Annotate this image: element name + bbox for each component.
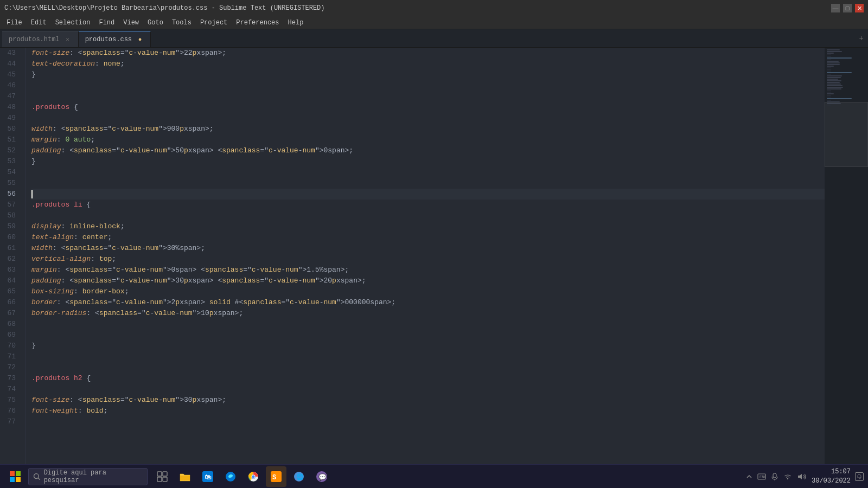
- line-numbers-gutter: 4344454647484950515253545556575859606162…: [0, 48, 26, 472]
- tab-css[interactable]: produtos.css ●: [79, 31, 151, 47]
- gutter-line: 43: [0, 48, 20, 59]
- code-line: margin: 0 auto;: [31, 134, 825, 145]
- gutter-line: 73: [0, 373, 20, 384]
- code-line: font-size: <span class="c-value-num">22p…: [31, 48, 825, 59]
- menu-find[interactable]: Find: [94, 16, 119, 29]
- gutter-line: 57: [0, 200, 20, 210]
- svg-rect-6: [157, 472, 162, 476]
- menu-view[interactable]: View: [119, 16, 143, 29]
- svg-text:🌐: 🌐: [296, 473, 304, 480]
- minimap-line: [827, 59, 831, 60]
- app-icon-7[interactable]: 🌐: [289, 466, 309, 487]
- svg-text:ENG: ENG: [760, 475, 766, 479]
- minimap-line: [827, 67, 831, 68]
- gutter-line: 53: [0, 156, 20, 167]
- svg-text:🛍: 🛍: [205, 474, 212, 481]
- menu-file[interactable]: File: [2, 16, 27, 29]
- svg-point-4: [34, 473, 39, 478]
- code-line: .produtos li {: [31, 200, 825, 210]
- svg-rect-2: [10, 477, 15, 482]
- title-text: C:\Users\MELL\Desktop\Projeto Barbearia\…: [4, 4, 325, 12]
- gutter-line: 47: [0, 91, 20, 102]
- menu-edit[interactable]: Edit: [27, 16, 51, 29]
- gutter-line: 64: [0, 275, 20, 286]
- code-line: .produtos h2 {: [31, 373, 825, 384]
- gutter-line: 74: [0, 384, 20, 395]
- close-button[interactable]: ✕: [855, 4, 864, 12]
- tab-add-button[interactable]: +: [855, 34, 868, 43]
- code-line: [31, 416, 825, 427]
- minimap-line: [827, 80, 841, 81]
- minimap-line: [827, 72, 852, 73]
- svg-rect-1: [16, 471, 21, 476]
- window-controls: — □ ✕: [831, 4, 864, 12]
- code-line: font-weight: bold;: [31, 406, 825, 416]
- code-area[interactable]: font-size: <span class="c-value-num">22p…: [26, 48, 825, 472]
- search-icon: [33, 473, 41, 480]
- tab-html-close[interactable]: ✕: [64, 36, 72, 43]
- minimap-line: [827, 87, 843, 88]
- clock-date: 30/03/2022: [812, 477, 851, 486]
- taskbar-search-box[interactable]: Digite aqui para pesquisar: [28, 468, 148, 485]
- minimap-line: [827, 51, 842, 52]
- taskview-icon[interactable]: [152, 466, 173, 487]
- store-icon[interactable]: 🛍: [197, 466, 218, 487]
- keyboard-icon: ENG: [757, 473, 766, 480]
- menu-selection[interactable]: Selection: [51, 16, 95, 29]
- taskbar-icons: 🛍 S: [152, 466, 332, 487]
- menu-project[interactable]: Project: [196, 16, 232, 29]
- gutter-line: 70: [0, 341, 20, 351]
- gutter-line: 69: [0, 330, 20, 341]
- chrome-icon[interactable]: [243, 466, 264, 487]
- volume-icon: [796, 473, 807, 480]
- svg-rect-7: [163, 472, 167, 476]
- svg-rect-25: [773, 473, 776, 478]
- sublime-icon[interactable]: S: [266, 466, 286, 487]
- gutter-line: 61: [0, 243, 20, 254]
- notification-icon[interactable]: [855, 472, 864, 481]
- minimap-line: [827, 95, 831, 96]
- gutter-line: 50: [0, 124, 20, 134]
- file-explorer-icon[interactable]: [175, 466, 195, 487]
- maximize-button[interactable]: □: [843, 4, 852, 12]
- minimap-line: [827, 79, 838, 80]
- gutter-line: 52: [0, 145, 20, 156]
- gutter-line: 65: [0, 286, 20, 297]
- code-line: .produtos {: [31, 102, 825, 113]
- menu-goto[interactable]: Goto: [143, 16, 168, 29]
- menu-tools[interactable]: Tools: [168, 16, 196, 29]
- code-line: [31, 362, 825, 373]
- menu-preferences[interactable]: Preferences: [232, 16, 283, 29]
- code-line: [31, 167, 825, 178]
- gutter-line: 71: [0, 351, 20, 362]
- menu-help[interactable]: Help: [284, 16, 308, 29]
- code-line: [31, 91, 825, 102]
- svg-line-5: [38, 478, 40, 479]
- gutter-line: 45: [0, 69, 20, 80]
- svg-rect-8: [157, 477, 162, 481]
- gutter-line: 54: [0, 167, 20, 178]
- start-button[interactable]: [4, 466, 26, 487]
- menu-bar: File Edit Selection Find View Goto Tools…: [0, 16, 868, 29]
- minimap-line: [827, 103, 841, 104]
- minimap-line: [827, 70, 831, 72]
- text-cursor: [31, 190, 33, 198]
- edge-icon[interactable]: [220, 466, 241, 487]
- code-line: }: [31, 341, 825, 351]
- gutter-line: 56: [0, 189, 20, 200]
- tab-css-close[interactable]: ●: [136, 36, 144, 43]
- minimap-line: [827, 85, 843, 86]
- minimap-line: [827, 54, 831, 55]
- code-line: font-size: <span class="c-value-num">30p…: [31, 395, 825, 406]
- minimize-button[interactable]: —: [831, 4, 840, 12]
- app-icon-8[interactable]: 💬: [311, 466, 332, 487]
- minimap-line: [827, 53, 834, 54]
- tab-html[interactable]: produtos.html ✕: [2, 31, 79, 47]
- code-line: display: inline-block;: [31, 221, 825, 232]
- code-line: margin: <span class="c-value-num">0span>…: [31, 265, 825, 275]
- svg-rect-9: [163, 477, 167, 481]
- code-line: text-align: center;: [31, 232, 825, 243]
- clock-time: 15:07: [812, 467, 851, 477]
- minimap: [825, 48, 868, 472]
- minimap-line: [827, 82, 840, 83]
